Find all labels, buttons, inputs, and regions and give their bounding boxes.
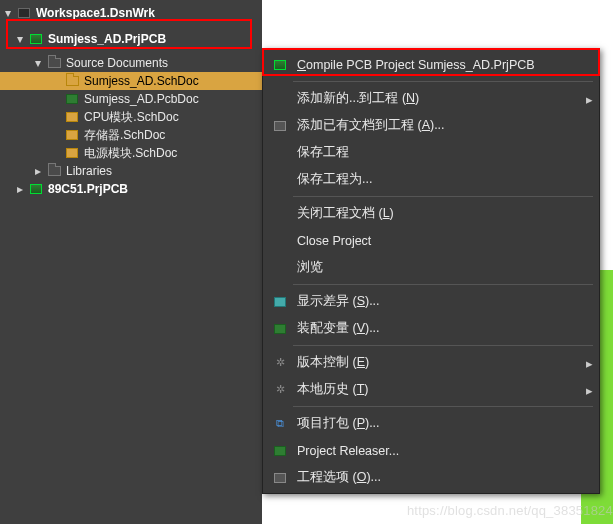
chevron-down-icon[interactable]: ▾ bbox=[14, 33, 26, 45]
menu-label: 装配变量 (V)... bbox=[297, 320, 581, 337]
blank-icon bbox=[269, 232, 291, 250]
menu-separator bbox=[293, 284, 593, 285]
menu-label: 显示差异 (S)... bbox=[297, 293, 581, 310]
variants-icon bbox=[269, 320, 291, 338]
compile-icon bbox=[269, 56, 291, 74]
source-documents-node[interactable]: ▾ Source Documents bbox=[0, 54, 262, 72]
menu-label: 版本控制 (E) bbox=[297, 354, 581, 371]
menu-label: 本地历史 (T) bbox=[297, 381, 581, 398]
menu-separator bbox=[293, 345, 593, 346]
schdoc-node[interactable]: ▾ Sumjess_AD.SchDoc bbox=[0, 72, 262, 90]
diff-icon bbox=[269, 293, 291, 311]
project-label: Sumjess_AD.PrjPCB bbox=[48, 32, 166, 46]
menu-show-diff[interactable]: 显示差异 (S)... bbox=[263, 288, 599, 315]
blank-icon bbox=[269, 90, 291, 108]
chevron-right-icon[interactable]: ▸ bbox=[14, 183, 26, 195]
menu-local-history[interactable]: ✲ 本地历史 (T) ▸ bbox=[263, 376, 599, 403]
folder-icon bbox=[46, 56, 62, 70]
schematic-icon bbox=[64, 74, 80, 88]
blank-icon bbox=[269, 259, 291, 277]
schematic-icon bbox=[64, 146, 80, 160]
menu-add-new[interactable]: 添加新的...到工程 (N) ▸ bbox=[263, 85, 599, 112]
schematic-icon bbox=[64, 128, 80, 142]
menu-label: 添加新的...到工程 (N) bbox=[297, 90, 581, 107]
options-icon bbox=[269, 469, 291, 487]
history-icon: ✲ bbox=[269, 381, 291, 399]
menu-version-control[interactable]: ✲ 版本控制 (E) ▸ bbox=[263, 349, 599, 376]
workspace-label: Workspace1.DsnWrk bbox=[36, 6, 155, 20]
menu-label: 关闭工程文档 (L) bbox=[297, 205, 581, 222]
node-label: 电源模块.SchDoc bbox=[84, 145, 177, 162]
pcbdoc-node[interactable]: ▾ Sumjess_AD.PcbDoc bbox=[0, 90, 262, 108]
node-label: 存储器.SchDoc bbox=[84, 127, 165, 144]
project-node-89c51[interactable]: ▸ 89C51.PrjPCB bbox=[0, 180, 262, 198]
menu-project-releaser[interactable]: Project Releaser... bbox=[263, 437, 599, 464]
menu-label: 浏览 bbox=[297, 259, 581, 276]
node-label: CPU模块.SchDoc bbox=[84, 109, 179, 126]
menu-separator bbox=[293, 81, 593, 82]
project-context-menu: Compile PCB Project Sumjess_AD.PrjPCB 添加… bbox=[262, 48, 600, 494]
blank-icon bbox=[269, 171, 291, 189]
menu-close-docs[interactable]: 关闭工程文档 (L) bbox=[263, 200, 599, 227]
menu-add-existing[interactable]: 添加已有文档到工程 (A)... bbox=[263, 112, 599, 139]
menu-project-pack[interactable]: ⧉ 项目打包 (P)... bbox=[263, 410, 599, 437]
submenu-arrow-icon: ▸ bbox=[586, 382, 593, 397]
menu-assembly-variants[interactable]: 装配变量 (V)... bbox=[263, 315, 599, 342]
menu-label: Close Project bbox=[297, 234, 581, 248]
blank-icon bbox=[269, 144, 291, 162]
project-node-sumjess[interactable]: ▾ Sumjess_AD.PrjPCB bbox=[0, 30, 262, 48]
chevron-down-icon[interactable]: ▾ bbox=[2, 7, 14, 19]
menu-save-project[interactable]: 保存工程 bbox=[263, 139, 599, 166]
node-label: Libraries bbox=[66, 164, 112, 178]
chevron-right-icon[interactable]: ▸ bbox=[32, 165, 44, 177]
schdoc-node[interactable]: ▾ 存储器.SchDoc bbox=[0, 126, 262, 144]
schdoc-node[interactable]: ▾ 电源模块.SchDoc bbox=[0, 144, 262, 162]
menu-save-project-as[interactable]: 保存工程为... bbox=[263, 166, 599, 193]
menu-project-options[interactable]: 工程选项 (O)... bbox=[263, 464, 599, 491]
chevron-down-icon[interactable]: ▾ bbox=[32, 57, 44, 69]
workspace-icon bbox=[16, 6, 32, 20]
project-tree-panel: ▾ Workspace1.DsnWrk ▾ Sumjess_AD.PrjPCB … bbox=[0, 0, 262, 524]
schdoc-node[interactable]: ▾ CPU模块.SchDoc bbox=[0, 108, 262, 126]
schematic-icon bbox=[64, 110, 80, 124]
menu-label: 工程选项 (O)... bbox=[297, 469, 581, 486]
project-icon bbox=[28, 32, 44, 46]
menu-label: 保存工程 bbox=[297, 144, 581, 161]
menu-label: Project Releaser... bbox=[297, 444, 581, 458]
node-label: Sumjess_AD.PcbDoc bbox=[84, 92, 199, 106]
libraries-node[interactable]: ▸ Libraries bbox=[0, 162, 262, 180]
menu-label: 项目打包 (P)... bbox=[297, 415, 581, 432]
workspace-node[interactable]: ▾ Workspace1.DsnWrk bbox=[0, 4, 262, 22]
node-label: Sumjess_AD.SchDoc bbox=[84, 74, 199, 88]
menu-browse[interactable]: 浏览 bbox=[263, 254, 599, 281]
menu-separator bbox=[293, 406, 593, 407]
menu-label: 添加已有文档到工程 (A)... bbox=[297, 117, 581, 134]
vcs-icon: ✲ bbox=[269, 354, 291, 372]
menu-separator bbox=[293, 196, 593, 197]
pack-icon: ⧉ bbox=[269, 415, 291, 433]
add-doc-icon bbox=[269, 117, 291, 135]
folder-icon bbox=[46, 164, 62, 178]
submenu-arrow-icon: ▸ bbox=[586, 355, 593, 370]
project-icon bbox=[28, 182, 44, 196]
blank-icon bbox=[269, 205, 291, 223]
releaser-icon bbox=[269, 442, 291, 460]
menu-label: 保存工程为... bbox=[297, 171, 581, 188]
submenu-arrow-icon: ▸ bbox=[586, 91, 593, 106]
menu-label: Compile PCB Project Sumjess_AD.PrjPCB bbox=[297, 58, 581, 72]
project-label: 89C51.PrjPCB bbox=[48, 182, 128, 196]
pcb-icon bbox=[64, 92, 80, 106]
menu-close-project[interactable]: Close Project bbox=[263, 227, 599, 254]
node-label: Source Documents bbox=[66, 56, 168, 70]
menu-compile-project[interactable]: Compile PCB Project Sumjess_AD.PrjPCB bbox=[263, 51, 599, 78]
